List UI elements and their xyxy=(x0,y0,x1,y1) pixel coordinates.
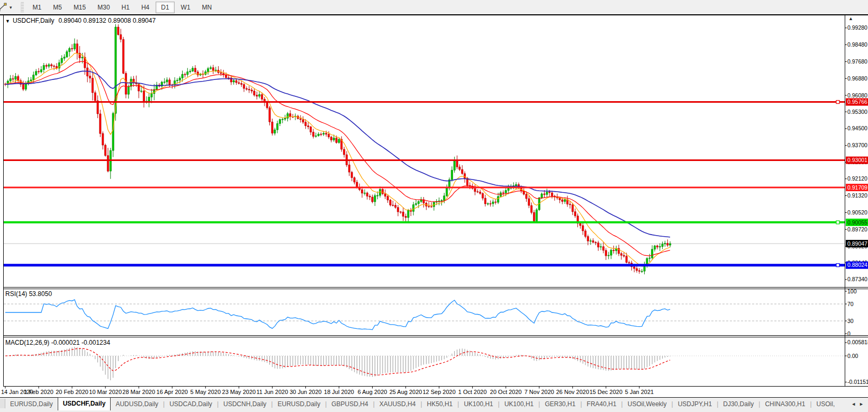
tab-scroll-arrows: ◄► xyxy=(846,399,868,409)
date-tick-label: 11 Jun 2020 xyxy=(257,389,288,395)
price-tick-label: 0.90520 xyxy=(847,209,867,216)
price-tick-label: 0.93700 xyxy=(847,142,867,148)
tab-scroll-left-icon[interactable]: ◄ xyxy=(851,401,856,407)
timeframe-mn-button[interactable]: MN xyxy=(197,2,218,13)
chart-tab-usdcnh-daily[interactable]: USDCNH,Daily xyxy=(219,399,271,409)
price-tick-label: 0.91320 xyxy=(847,192,867,199)
chart-window: 0.992800.984800.976800.968800.960800.953… xyxy=(0,15,868,397)
level-handle-0.88024[interactable] xyxy=(836,264,839,267)
rsi-tick-label: 30 xyxy=(847,318,854,324)
macd-tick-label: -0.011514 xyxy=(847,379,868,385)
date-tick-label: 16 Apr 2020 xyxy=(157,389,188,395)
price-tick-label: 0.96880 xyxy=(847,75,867,82)
price-tick-label: 0.87340 xyxy=(847,276,867,282)
price-tick-label: 0.96080 xyxy=(847,92,867,98)
price-tick-label: 0.94500 xyxy=(847,125,867,131)
chart-tab-xauusd-h4[interactable]: XAUUSD,H4 xyxy=(375,399,421,409)
level-0.88024-chip-label: 0.88024 xyxy=(847,262,867,268)
macd-tick-label: 0.00 xyxy=(847,353,858,359)
chart-tab-usdcad-daily[interactable]: USDCAD,Daily xyxy=(165,399,217,409)
macd-histogram xyxy=(5,347,670,380)
price-tick-label: 0.98480 xyxy=(847,41,867,48)
top-toolbar: ▾ M1M5M15M30H1H4D1W1MN xyxy=(0,0,868,15)
timeframe-d1-button[interactable]: D1 xyxy=(156,2,174,13)
candlestick-series xyxy=(4,24,671,274)
toolbar-grip[interactable] xyxy=(21,2,24,13)
chart-tab-eurusd-daily[interactable]: EURUSD,Daily xyxy=(5,399,58,409)
timeframe-w1-button[interactable]: W1 xyxy=(176,2,196,13)
bull-candle-bodies xyxy=(7,27,671,272)
level-0.93001-chip-label: 0.93001 xyxy=(847,157,867,163)
ma-medium-line xyxy=(5,61,670,256)
timeframe-h4-button[interactable]: H4 xyxy=(136,2,155,13)
level-handle-0.90055[interactable] xyxy=(836,221,839,224)
rsi-tick-label: 100 xyxy=(847,288,857,294)
price-tick-label: 0.99280 xyxy=(847,24,867,31)
chart-tab-hk50-h1[interactable]: HK50,H1 xyxy=(422,399,458,409)
chart-tab-dj30-daily[interactable]: DJ30,Daily xyxy=(718,399,758,409)
tab-scroll-right-icon[interactable]: ► xyxy=(859,401,864,407)
chart-tab-uk100-h1[interactable]: UK100,H1 xyxy=(500,399,538,409)
chart-tab-usoil[interactable]: USOil, xyxy=(812,399,840,409)
date-tick-label: 7 Nov 2020 xyxy=(525,389,554,395)
rsi-tick-label: 70 xyxy=(847,301,854,307)
date-tick-label: 6 Aug 2020 xyxy=(358,389,387,395)
level-0.91709-chip-label: 0.91709 xyxy=(847,184,867,191)
date-tick-label: 20 Oct 2020 xyxy=(490,389,522,395)
timeframe-m15-button[interactable]: M15 xyxy=(68,2,91,13)
chart-tab-usdjpy-h1[interactable]: USDJPY,H1 xyxy=(673,399,717,409)
macd-signal-line xyxy=(5,348,670,375)
line-tools-icon[interactable] xyxy=(0,2,8,13)
price-tick-label: 0.97680 xyxy=(847,58,867,65)
chart-tab-fra40-h1[interactable]: FRA40,H1 xyxy=(582,399,621,409)
price-tick-label: 0.89720 xyxy=(847,226,867,232)
date-tick-label: 1 Oct 2020 xyxy=(458,389,487,395)
price-tick-label: 0.95300 xyxy=(847,109,867,115)
tab-strip xyxy=(0,399,5,408)
chart-tab-usoil-weekly[interactable]: USOil,Weekly xyxy=(623,399,672,409)
rsi-tick-label: 0 xyxy=(847,330,851,337)
chart-tab-audusd-daily[interactable]: AUDUSD,Daily xyxy=(111,399,163,409)
price-tick-label: 0.92120 xyxy=(847,175,867,182)
bear-candle-bodies xyxy=(4,27,668,271)
date-tick-label: 10 Mar 2020 xyxy=(89,389,122,395)
date-tick-label: 20 Feb 2020 xyxy=(56,389,88,395)
chart-tab-uk100-h1[interactable]: UK100,H1 xyxy=(459,399,498,409)
timeframe-m5-button[interactable]: M5 xyxy=(48,2,67,13)
chart-tabs-bar: EURUSD,DailyUSDCHF,DailyAUDUSD,Daily|USD… xyxy=(0,397,868,412)
date-tick-label: 18 Jul 2020 xyxy=(324,389,354,395)
current-price-chip-label: 0.89047 xyxy=(847,240,867,247)
timeframe-buttons: M1M5M15M30H1H4D1W1MN xyxy=(27,2,218,13)
date-tick-label: 15 Dec 2020 xyxy=(590,389,622,395)
timeframe-m1-button[interactable]: M1 xyxy=(28,2,47,13)
date-tick-label: 12 Sep 2020 xyxy=(422,389,455,395)
date-tick-label: 25 Aug 2020 xyxy=(390,389,422,395)
chart-tab-gbpusd-h4[interactable]: GBPUSD,H4 xyxy=(327,399,373,409)
date-tick-label: 23 May 2020 xyxy=(222,389,256,395)
date-tick-label: 28 Mar 2020 xyxy=(122,389,155,395)
date-tick-label: 30 Jun 2020 xyxy=(290,389,322,395)
timeframe-h1-button[interactable]: H1 xyxy=(116,2,135,13)
macd-tick-label: 0.005818 xyxy=(847,339,868,345)
date-tick-label: 26 Nov 2020 xyxy=(556,389,589,395)
chart-tab-china300-h1[interactable]: CHINA300,H1 xyxy=(760,399,810,409)
chart-tab-ger30-h1[interactable]: GER30,H1 xyxy=(540,399,580,409)
level-0.90055-chip-label: 0.90055 xyxy=(847,219,867,226)
date-tick-label: 1 Feb 2020 xyxy=(24,389,53,395)
level-0.95766-chip-label: 0.95766 xyxy=(847,98,867,105)
chevron-down-icon[interactable]: ▾ xyxy=(8,5,15,10)
level-handle-0.95766[interactable] xyxy=(836,101,839,104)
date-tick-label: 5 May 2020 xyxy=(191,389,221,395)
date-tick-label: 5 Jan 2021 xyxy=(625,389,654,395)
timeframe-m30-button[interactable]: M30 xyxy=(92,2,115,13)
price-chart-svg: 0.992800.984800.976800.968800.960800.953… xyxy=(0,15,868,397)
bull-candle-wicks xyxy=(8,24,670,274)
chart-tab-usdchf-daily[interactable]: USDCHF,Daily xyxy=(58,397,111,410)
chart-tab-eurusd-daily[interactable]: EURUSD,Daily xyxy=(273,399,325,409)
